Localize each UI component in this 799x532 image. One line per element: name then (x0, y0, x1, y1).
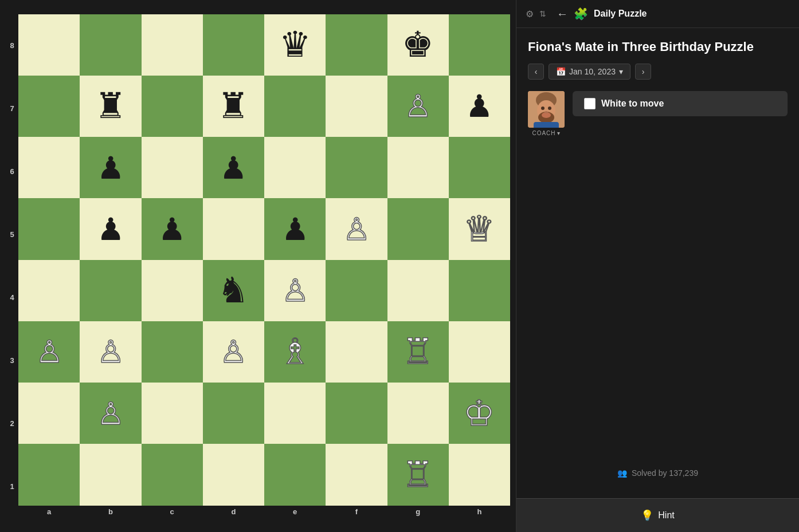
move-text: White to move (601, 98, 664, 109)
cell-e7[interactable] (264, 76, 326, 137)
cell-b7[interactable]: ♜ (80, 76, 141, 137)
cell-h8[interactable] (449, 14, 510, 76)
cell-d4[interactable]: ♞ (203, 260, 264, 321)
back-button[interactable]: ← (557, 7, 568, 21)
hint-button[interactable]: 💡 Hint (516, 498, 799, 532)
cell-f4[interactable] (326, 260, 387, 321)
cell-b3[interactable]: ♙ (80, 321, 141, 383)
hint-icon: 💡 (641, 509, 653, 522)
piece-d7: ♜ (217, 88, 249, 124)
piece-h5: ♕ (463, 211, 495, 247)
rank-3: 3 (6, 329, 18, 392)
date-prev-button[interactable]: ‹ (528, 64, 544, 80)
cell-e5[interactable]: ♟ (264, 198, 326, 259)
cell-b8[interactable] (80, 14, 141, 76)
cell-g1[interactable]: ♖ (387, 444, 449, 505)
cell-h6[interactable] (449, 137, 510, 198)
cell-c4[interactable] (142, 260, 203, 321)
cell-d8[interactable] (203, 14, 264, 76)
cell-f7[interactable] (326, 76, 387, 137)
cell-c2[interactable] (142, 383, 203, 444)
panel-header: ⚙ ⇅ ← 🧩 Daily Puzzle (516, 0, 799, 28)
cell-c8[interactable] (142, 14, 203, 76)
cell-e4[interactable]: ♙ (264, 260, 326, 321)
cell-h5[interactable]: ♕ (449, 198, 510, 259)
file-e: e (264, 506, 326, 518)
cell-a4[interactable] (18, 260, 80, 321)
cell-e1[interactable] (264, 444, 326, 505)
cell-d7[interactable]: ♜ (203, 76, 264, 137)
piece-h7: ♟ (465, 90, 493, 121)
cell-c6[interactable] (142, 137, 203, 198)
cell-h1[interactable] (449, 444, 510, 505)
cell-e8[interactable]: ♛ (264, 14, 326, 76)
cell-d5[interactable] (203, 198, 264, 259)
cell-d6[interactable]: ♟ (203, 137, 264, 198)
cell-f8[interactable] (326, 14, 387, 76)
cell-a7[interactable] (18, 76, 80, 137)
chess-board[interactable]: ♛♚♜♜♙♟♟♟♟♟♟♙♕♞♙♙♙♙♗♖♙♔♖ (18, 14, 510, 506)
cell-g7[interactable]: ♙ (387, 76, 449, 137)
date-display[interactable]: 📅 Jan 10, 2023 ▾ (549, 64, 630, 80)
piece-d3: ♙ (220, 336, 247, 367)
solved-icon: 👥 (617, 468, 627, 478)
piece-h2: ♔ (463, 396, 495, 431)
cell-g8[interactable]: ♚ (387, 14, 449, 76)
cell-f2[interactable] (326, 383, 387, 444)
piece-g3: ♖ (402, 334, 434, 369)
piece-g7: ♙ (404, 90, 432, 121)
piece-b5: ♟ (97, 214, 124, 245)
cell-b4[interactable] (80, 260, 141, 321)
cell-f3[interactable] (326, 321, 387, 383)
cell-c7[interactable] (142, 76, 203, 137)
piece-b7: ♜ (95, 88, 127, 124)
rank-7: 7 (6, 77, 18, 140)
cell-b6[interactable]: ♟ (80, 137, 141, 198)
cell-h2[interactable]: ♔ (449, 383, 510, 444)
cell-d2[interactable] (203, 383, 264, 444)
svg-point-3 (541, 107, 545, 110)
solved-text: Solved by 137,239 (632, 468, 698, 478)
cell-b5[interactable]: ♟ (80, 198, 141, 259)
cell-f6[interactable] (326, 137, 387, 198)
cell-h7[interactable]: ♟ (449, 76, 510, 137)
cell-c3[interactable] (142, 321, 203, 383)
date-text: Jan 10, 2023 (569, 67, 616, 76)
cell-g6[interactable] (387, 137, 449, 198)
piece-b2: ♙ (97, 398, 124, 429)
coach-label[interactable]: COACH ▾ (532, 130, 560, 136)
cell-b1[interactable] (80, 444, 141, 505)
piece-b3: ♙ (97, 336, 124, 367)
cell-a8[interactable] (18, 14, 80, 76)
cell-h3[interactable] (449, 321, 510, 383)
cell-a5[interactable] (18, 198, 80, 259)
cell-g3[interactable]: ♖ (387, 321, 449, 383)
cell-g2[interactable] (387, 383, 449, 444)
cell-d1[interactable] (203, 444, 264, 505)
cell-f1[interactable] (326, 444, 387, 505)
cell-h4[interactable] (449, 260, 510, 321)
cell-f5[interactable]: ♙ (326, 198, 387, 259)
cell-d3[interactable]: ♙ (203, 321, 264, 383)
rank-2: 2 (6, 392, 18, 455)
cell-b2[interactable]: ♙ (80, 383, 141, 444)
panel-title: Daily Puzzle (594, 9, 647, 19)
date-next-button[interactable]: › (635, 64, 651, 80)
cell-a2[interactable] (18, 383, 80, 444)
piece-b6: ♟ (97, 152, 124, 183)
cell-g4[interactable] (387, 260, 449, 321)
puzzle-name: Fiona's Mate in Three Birthday Puzzle (528, 40, 788, 54)
cell-a3[interactable]: ♙ (18, 321, 80, 383)
cell-g5[interactable] (387, 198, 449, 259)
rank-4: 4 (6, 266, 18, 329)
cell-e6[interactable] (264, 137, 326, 198)
cell-a6[interactable] (18, 137, 80, 198)
cell-a1[interactable] (18, 444, 80, 505)
settings-icon[interactable]: ⚙ (526, 9, 534, 19)
cell-e3[interactable]: ♗ (264, 321, 326, 383)
flip-board-icon[interactable]: ⇅ (539, 9, 546, 18)
cell-e2[interactable] (264, 383, 326, 444)
cell-c1[interactable] (142, 444, 203, 505)
cell-c5[interactable]: ♟ (142, 198, 203, 259)
piece-e4: ♙ (281, 275, 309, 306)
